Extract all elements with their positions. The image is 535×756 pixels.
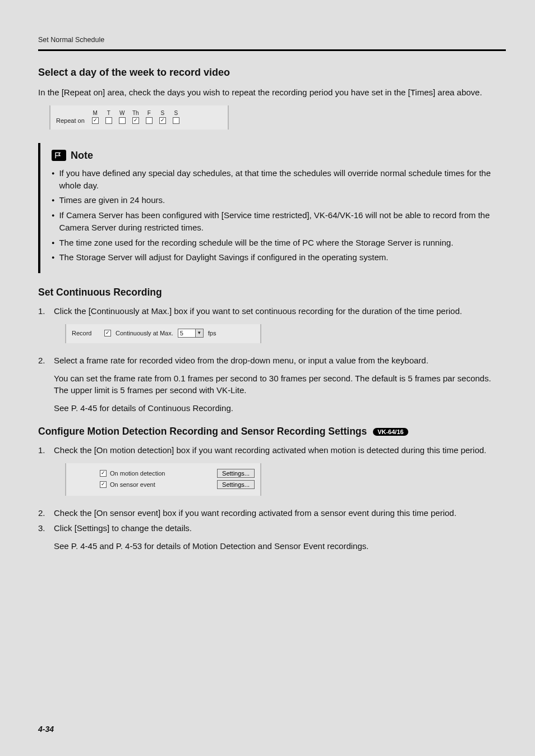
- step-number: 2.: [38, 354, 54, 414]
- step-text: Check the [On sensor event] box if you w…: [54, 507, 506, 519]
- step-2-sub1: You can set the frame rate from 0.1 fram…: [54, 372, 506, 397]
- step-text: Select a frame rate for recorded video f…: [54, 354, 506, 414]
- record-screenshot: Record Continuously at Max. 5 ▼ fps: [65, 324, 261, 343]
- motion-screenshot: On motion detection Settings... On senso…: [65, 463, 261, 496]
- step-number: 3.: [38, 522, 54, 552]
- step-number: 2.: [38, 507, 54, 519]
- step-2-text: Select a frame rate for recorded video f…: [54, 356, 428, 365]
- step-text: Check the [On motion detection] box if y…: [54, 444, 506, 457]
- continuous-steps: 1. Click the [Continuously at Max.] box …: [38, 305, 506, 317]
- day-col-w: W: [117, 110, 127, 124]
- day-col-t: T: [104, 110, 114, 124]
- vk-badge: VK-64/16: [373, 428, 408, 436]
- continuously-checkbox[interactable]: [104, 330, 111, 336]
- day-checkbox-m[interactable]: [92, 117, 99, 124]
- day-label: W: [119, 110, 124, 116]
- running-head: Set Normal Schedule: [38, 36, 506, 44]
- step-3-text: Click [Settings] to change the details.: [54, 523, 192, 533]
- list-item: 2. Select a frame rate for recorded vide…: [38, 354, 506, 414]
- sensor-settings-button[interactable]: Settings...: [217, 480, 255, 489]
- heading-motion-text: Configure Motion Detection Recording and…: [38, 426, 367, 437]
- day-col-th: Th: [131, 110, 141, 124]
- day-col-s1: S: [158, 110, 168, 124]
- day-checkbox-s2[interactable]: [173, 117, 179, 124]
- continuously-label: Continuously at Max.: [116, 330, 173, 336]
- day-col-m: M: [90, 110, 100, 124]
- step-number: 1.: [38, 444, 54, 457]
- continuous-steps-cont: 2. Select a frame rate for recorded vide…: [38, 354, 506, 414]
- heading-motion-detection: Configure Motion Detection Recording and…: [38, 426, 506, 437]
- step-text: Click [Settings] to change the details. …: [54, 522, 506, 552]
- note-block: Note If you have defined any special day…: [38, 143, 506, 273]
- day-label: S: [160, 110, 164, 116]
- page-number: 4-34: [38, 725, 54, 734]
- day-label: M: [93, 110, 98, 116]
- step-number: 1.: [38, 305, 54, 317]
- record-label: Record: [72, 330, 100, 336]
- repeat-on-screenshot: Repeat on M T W Th F S: [49, 105, 229, 130]
- day-label: S: [174, 110, 178, 116]
- day-checkbox-t[interactable]: [105, 117, 112, 124]
- day-label: Th: [132, 110, 139, 116]
- note-item: Times are given in 24 hours.: [59, 194, 502, 206]
- paragraph-select-day: In the [Repeat on] area, check the days …: [38, 86, 506, 99]
- day-label: T: [107, 110, 110, 116]
- fps-combo[interactable]: 5 ▼: [178, 329, 204, 338]
- note-item: The time zone used for the recording sch…: [59, 237, 502, 249]
- motion-detection-label: On motion detection: [110, 470, 165, 477]
- motion-detection-checkbox[interactable]: [100, 470, 107, 477]
- day-checkbox-f[interactable]: [146, 117, 153, 124]
- note-item: If you have defined any special day sche…: [59, 167, 502, 192]
- page: Set Normal Schedule Select a day of the …: [0, 0, 535, 756]
- motion-steps-cont: 2. Check the [On sensor event] box if yo…: [38, 507, 506, 552]
- day-checkbox-s1[interactable]: [159, 117, 166, 124]
- motion-steps: 1. Check the [On motion detection] box i…: [38, 444, 506, 457]
- step-3-sub: See P. 4-45 and P. 4-53 for details of M…: [54, 540, 506, 552]
- note-item: If Camera Server has been configured wit…: [59, 209, 502, 234]
- sensor-event-label: On sensor event: [110, 481, 155, 488]
- list-item: 2. Check the [On sensor event] box if yo…: [38, 507, 506, 519]
- day-col-s2: S: [171, 110, 181, 124]
- day-checkbox-w[interactable]: [119, 117, 126, 124]
- sensor-row: On sensor event Settings...: [72, 479, 255, 490]
- note-title: Note: [71, 150, 93, 162]
- heading-select-day: Select a day of the week to record video: [38, 67, 506, 79]
- day-checkbox-th[interactable]: [132, 117, 139, 124]
- fps-value: 5: [178, 330, 195, 336]
- day-col-f: F: [144, 110, 154, 124]
- note-icon: [52, 150, 66, 161]
- step-2-sub2: See P. 4-45 for details of Continuous Re…: [54, 402, 506, 414]
- header-rule: [38, 49, 506, 51]
- list-item: 1. Click the [Continuously at Max.] box …: [38, 305, 506, 317]
- motion-settings-button[interactable]: Settings...: [217, 469, 255, 478]
- day-label: F: [147, 110, 151, 116]
- fps-unit: fps: [208, 330, 216, 336]
- step-text: Click the [Continuously at Max.] box if …: [54, 305, 506, 317]
- note-item: The Storage Server will adjust for Dayli…: [59, 251, 502, 264]
- list-item: 1. Check the [On motion detection] box i…: [38, 444, 506, 457]
- repeat-on-label: Repeat on: [56, 117, 87, 124]
- list-item: 3. Click [Settings] to change the detail…: [38, 522, 506, 552]
- note-bullets: If you have defined any special day sche…: [52, 167, 502, 264]
- sensor-event-checkbox[interactable]: [100, 481, 107, 488]
- motion-row: On motion detection Settings...: [72, 468, 255, 479]
- heading-continuous-recording: Set Continuous Recording: [38, 287, 506, 298]
- chevron-down-icon[interactable]: ▼: [195, 329, 203, 337]
